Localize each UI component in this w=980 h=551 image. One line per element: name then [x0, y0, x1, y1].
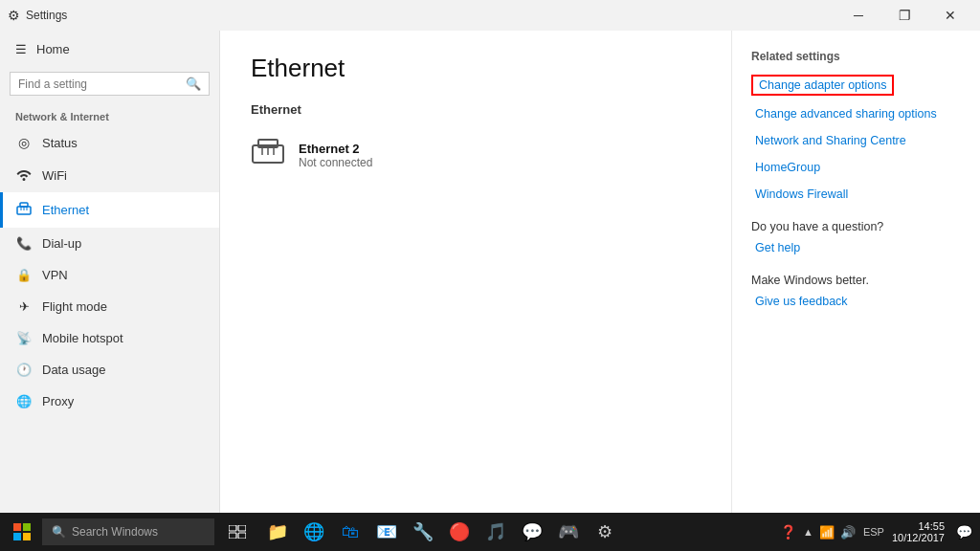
taskbar-search-icon: 🔍 [52, 525, 66, 539]
right-panel: Related settings Change adapter options … [731, 31, 980, 513]
svg-rect-10 [13, 523, 21, 531]
sidebar-item-datausage[interactable]: 🕐 Data usage [0, 354, 219, 386]
sidebar-item-proxy[interactable]: 🌐 Proxy [0, 386, 219, 417]
up-arrow-icon[interactable]: ▲ [801, 526, 815, 538]
taskbar-search[interactable]: 🔍 Search Windows [42, 518, 214, 545]
adapter-status: Not connected [299, 156, 372, 169]
search-icon: 🔍 [186, 77, 201, 91]
settings-icon: ⚙ [8, 8, 20, 23]
dialup-icon: 📞 [15, 236, 33, 251]
wifi-icon [15, 167, 33, 184]
sidebar-item-flightmode[interactable]: ✈ Flight mode [0, 291, 219, 322]
close-button[interactable]: ✕ [928, 0, 972, 31]
taskbar-mail[interactable]: 📧 [369, 513, 404, 551]
related-heading: Related settings [751, 50, 961, 63]
svg-rect-11 [23, 523, 31, 531]
get-help-link[interactable]: Get help [751, 239, 961, 256]
question-text: Do you have a question? [751, 220, 961, 233]
taskbar-store[interactable]: 🛍 [333, 513, 368, 551]
status-label: Status [42, 136, 78, 150]
date: 10/12/2017 [892, 532, 945, 543]
vpn-label: VPN [42, 268, 68, 282]
taskbar-app9[interactable]: 🎮 [551, 513, 586, 551]
maximize-button[interactable]: ❐ [882, 0, 926, 31]
advanced-sharing-link[interactable]: Change advanced sharing options [751, 105, 961, 122]
status-icon: ◎ [15, 135, 33, 150]
title-bar: ⚙ Settings ─ ❐ ✕ [0, 0, 980, 31]
sidebar-item-dialup[interactable]: 📞 Dial-up [0, 228, 219, 259]
taskbar-app5[interactable]: 🔧 [406, 513, 440, 551]
datausage-icon: 🕐 [15, 363, 33, 377]
taskbar-chrome[interactable]: 🔴 [442, 513, 477, 551]
section-label: Network & Internet [0, 103, 219, 126]
minimize-button[interactable]: ─ [836, 0, 880, 31]
taskbar-search-label: Search Windows [72, 525, 158, 539]
page-title: Ethernet [251, 54, 701, 83]
proxy-icon: 🌐 [15, 394, 33, 408]
sidebar-item-vpn[interactable]: 🔒 VPN [0, 259, 219, 291]
clock[interactable]: 14:55 10/12/2017 [892, 520, 948, 543]
taskbar-left: 🔍 Search Windows 📁 🌐 🛍 📧 🔧 🔴 🎵 💬 🎮 ⚙ [4, 513, 622, 551]
app-body: ☰ Home 🔍 Network & Internet ◎ Status WiF… [0, 31, 980, 513]
taskbar-right: ❓ ▲ 📶 🔊 ESP 14:55 10/12/2017 💬 [777, 520, 976, 543]
sys-tray: ❓ ▲ 📶 🔊 ESP [777, 524, 888, 540]
svg-rect-13 [23, 533, 31, 540]
time: 14:55 [918, 520, 945, 532]
svg-rect-14 [229, 525, 236, 531]
wifi-label: WiFi [42, 168, 67, 183]
home-label: Home [36, 42, 70, 56]
main-content: Ethernet Ethernet Ethernet 2 Not connect… [220, 31, 731, 513]
svg-rect-17 [238, 533, 246, 539]
taskbar-spotify[interactable]: 🎵 [479, 513, 513, 551]
feedback-section: Make Windows better. Give us feedback [751, 274, 961, 310]
svg-rect-15 [238, 525, 246, 531]
datausage-label: Data usage [42, 363, 106, 377]
change-adapter-link[interactable]: Change adapter options [751, 75, 894, 96]
svg-rect-12 [13, 533, 21, 540]
question-section: Do you have a question? Get help [751, 220, 961, 256]
sharing-centre-link[interactable]: Network and Sharing Centre [751, 132, 961, 149]
app-title: Settings [26, 9, 67, 22]
svg-rect-16 [229, 533, 236, 539]
start-button[interactable] [4, 513, 40, 551]
sidebar-item-hotspot[interactable]: 📡 Mobile hotspot [0, 322, 219, 354]
svg-rect-1 [20, 203, 28, 207]
adapter-name: Ethernet 2 [299, 142, 372, 156]
section-label: Ethernet [251, 102, 701, 117]
title-bar-left: ⚙ Settings [8, 8, 67, 23]
lang-indicator: ESP [859, 526, 888, 538]
homegroup-link[interactable]: HomeGroup [751, 159, 961, 176]
taskbar-skype[interactable]: 💬 [515, 513, 549, 551]
feedback-link[interactable]: Give us feedback [751, 293, 961, 310]
taskbar-settings-app[interactable]: ⚙ [588, 513, 622, 551]
firewall-link[interactable]: Windows Firewall [751, 186, 961, 203]
taskbar-edge[interactable]: 🌐 [297, 513, 331, 551]
hotspot-label: Mobile hotspot [42, 331, 123, 345]
flightmode-label: Flight mode [42, 299, 107, 314]
taskbar: 🔍 Search Windows 📁 🌐 🛍 📧 🔧 🔴 🎵 💬 🎮 ⚙ ❓ ▲… [0, 513, 980, 551]
network-tray-icon[interactable]: 📶 [817, 525, 836, 540]
adapter-info: Ethernet 2 Not connected [299, 142, 372, 169]
notification-icon[interactable]: 💬 [952, 524, 976, 540]
taskbar-fileexplorer[interactable]: 📁 [260, 513, 295, 551]
vpn-icon: 🔒 [15, 268, 33, 282]
volume-tray-icon[interactable]: 🔊 [838, 525, 858, 540]
sidebar-item-ethernet[interactable]: Ethernet [0, 192, 219, 228]
search-box[interactable]: 🔍 [10, 72, 210, 96]
hotspot-icon: 📡 [15, 331, 33, 345]
help-tray-icon[interactable]: ❓ [777, 524, 799, 540]
sidebar-item-status[interactable]: ◎ Status [0, 126, 219, 159]
feedback-label: Make Windows better. [751, 274, 961, 287]
dialup-label: Dial-up [42, 236, 81, 251]
ethernet-label: Ethernet [42, 203, 89, 217]
home-button[interactable]: ☰ Home [0, 31, 219, 68]
sidebar-item-wifi[interactable]: WiFi [0, 159, 219, 192]
sidebar: ☰ Home 🔍 Network & Internet ◎ Status WiF… [0, 31, 220, 513]
task-view-button[interactable] [216, 513, 258, 551]
adapter-icon [251, 138, 285, 173]
title-bar-controls: ─ ❐ ✕ [836, 0, 972, 31]
ethernet-icon [15, 201, 33, 219]
search-input[interactable] [18, 77, 186, 91]
flightmode-icon: ✈ [15, 299, 33, 314]
ethernet-adapter: Ethernet 2 Not connected [251, 130, 701, 181]
